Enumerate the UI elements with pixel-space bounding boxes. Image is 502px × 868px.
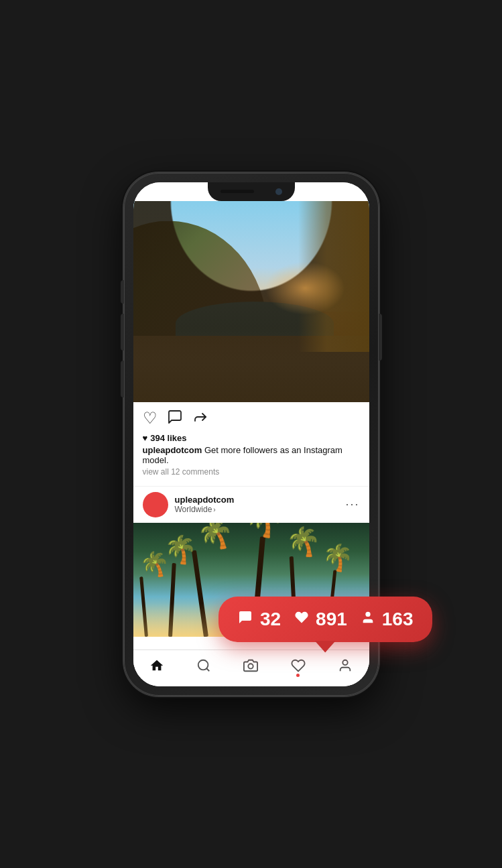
location-text: Worldwide — [175, 505, 212, 514]
speaker-grill — [221, 190, 254, 193]
comments-notification: 32 — [237, 609, 281, 630]
svg-point-3 — [343, 660, 348, 664]
svg-point-0 — [198, 660, 208, 670]
view-comments-link[interactable]: view all 12 comments — [143, 467, 360, 477]
comment-button[interactable] — [167, 409, 183, 428]
post-actions-bar: ♡ — [133, 402, 369, 432]
likes-count: 891 — [316, 609, 347, 630]
phone-notch — [208, 182, 295, 201]
post-image-beach — [133, 201, 369, 402]
palm-frond-3: 🌴 — [194, 523, 237, 555]
svg-point-4 — [365, 611, 370, 616]
svg-line-1 — [206, 668, 209, 671]
nav-camera[interactable] — [243, 658, 258, 673]
palm-frond-6: 🌴 — [320, 540, 356, 574]
chevron-right-icon: › — [213, 506, 215, 513]
palm-frond-5: 🌴 — [285, 523, 322, 559]
likes-text: 394 likes — [150, 433, 186, 443]
more-options-button[interactable]: ··· — [345, 497, 359, 511]
palm-frond-4: 🌴 — [241, 523, 286, 541]
volume-down-button — [121, 361, 124, 397]
front-camera — [275, 188, 282, 195]
followers-notification-icon — [361, 610, 375, 629]
sunset-glow — [265, 261, 345, 315]
like-button[interactable]: ♡ — [143, 410, 158, 426]
user-details: upleapdotcom Worldwide › — [175, 495, 346, 514]
comments-count: 32 — [260, 609, 281, 630]
bottom-navigation — [133, 649, 369, 686]
followers-notification: 163 — [361, 609, 414, 630]
likes-notification: 891 — [294, 609, 347, 630]
nav-search[interactable] — [196, 658, 211, 673]
nav-likes[interactable] — [291, 658, 306, 673]
post-caption: upleapdotcom Get more followers as an In… — [143, 445, 360, 465]
nav-profile[interactable] — [338, 658, 353, 673]
share-button[interactable] — [192, 409, 208, 428]
notification-bubble: 32 891 163 — [218, 597, 432, 642]
caption-username[interactable]: upleapdotcom — [143, 445, 202, 455]
followers-count: 163 — [382, 609, 414, 630]
power-button — [379, 314, 382, 361]
likes-display: ♥ 394 likes — [143, 433, 360, 443]
post-info: ♥ 394 likes upleapdotcom Get more follow… — [133, 432, 369, 486]
svg-point-2 — [249, 664, 253, 668]
user-avatar[interactable] — [143, 492, 168, 517]
likes-notification-icon — [294, 610, 309, 629]
mute-button — [121, 280, 124, 304]
user-location[interactable]: Worldwide › — [175, 505, 346, 514]
notification-dot — [296, 674, 300, 677]
filled-heart-icon: ♥ — [143, 433, 148, 443]
user-info-row: upleapdotcom Worldwide › ··· — [133, 486, 369, 523]
palm-frond-2: 🌴 — [162, 532, 198, 566]
volume-up-button — [121, 314, 124, 351]
comment-notification-icon — [237, 609, 253, 629]
phone-device: ♡ ♥ 394 — [124, 173, 379, 696]
username-label[interactable]: upleapdotcom — [175, 495, 346, 505]
nav-home[interactable] — [149, 658, 164, 673]
